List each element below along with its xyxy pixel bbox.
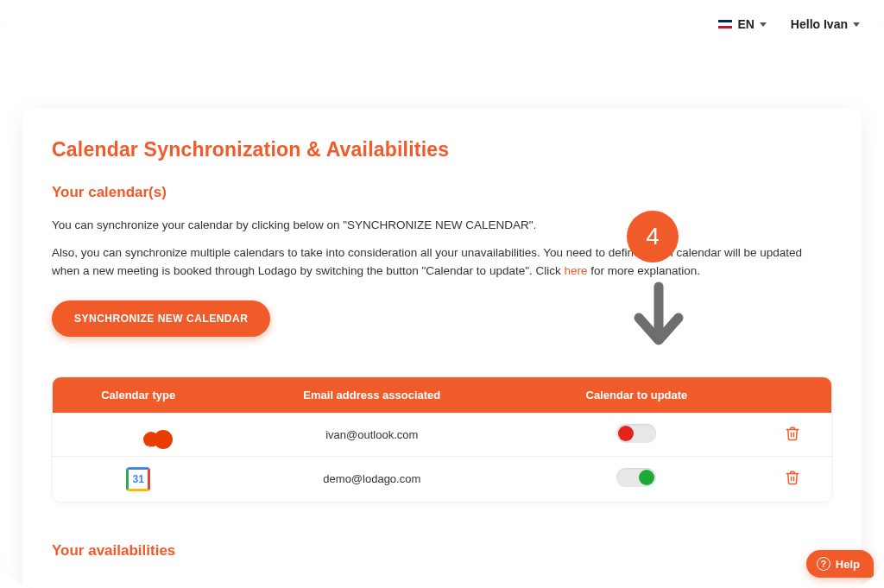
help-button[interactable]: ? Help: [806, 550, 874, 578]
synchronize-new-calendar-button[interactable]: SYNCHRONIZE NEW CALENDAR: [52, 300, 270, 337]
table-row: Office 365 ivan@outlook.com: [53, 413, 831, 456]
column-header-type: Calendar type: [53, 377, 224, 413]
delete-calendar-button[interactable]: [785, 426, 800, 441]
chevron-down-icon: [760, 22, 767, 27]
user-greeting: Hello Ivan: [791, 17, 848, 31]
google-calendar-icon: 31: [126, 467, 150, 491]
user-menu[interactable]: Hello Ivan: [791, 17, 860, 31]
settings-card: 4 Calendar Synchronization & Availabilit…: [22, 109, 862, 588]
help-label: Help: [836, 558, 860, 571]
tour-step-badge: 4: [627, 211, 679, 262]
language-label: EN: [737, 17, 754, 31]
section-availabilities-title: Your availabilities: [52, 542, 832, 560]
chevron-down-icon: [853, 22, 860, 27]
table-row: 31 demo@lodago.com: [53, 456, 831, 502]
calendar-email-cell: demo@lodago.com: [224, 456, 520, 502]
calendar-to-update-toggle[interactable]: [616, 468, 656, 487]
calendar-type-cell: 31: [53, 456, 224, 502]
help-icon: ?: [817, 557, 830, 571]
language-switcher[interactable]: EN: [718, 17, 766, 31]
calendar-to-update-toggle[interactable]: [616, 424, 656, 443]
column-header-email: Email address associated: [224, 377, 520, 413]
description-line-1: You can synchronize your calendar by cli…: [52, 217, 832, 234]
page-title: Calendar Synchronization & Availabilitie…: [52, 138, 832, 161]
column-header-action: [754, 377, 831, 413]
flag-uk-icon: [718, 20, 732, 28]
section-calendars-title: Your calendar(s): [52, 184, 832, 201]
explanation-link[interactable]: here: [564, 264, 587, 277]
calendar-type-cell: Office 365: [53, 413, 224, 456]
description-line-2: Also, you can synchronize multiple calen…: [52, 244, 832, 280]
description-text-b: for more explanation.: [588, 264, 701, 277]
calendar-email-cell: ivan@outlook.com: [224, 413, 520, 456]
delete-calendar-button[interactable]: [785, 470, 800, 485]
tour-step-number: 4: [646, 223, 660, 250]
calendars-table: Calendar type Email address associated C…: [52, 376, 832, 503]
arrow-down-icon: [628, 281, 689, 354]
column-header-update: Calendar to update: [520, 377, 754, 413]
